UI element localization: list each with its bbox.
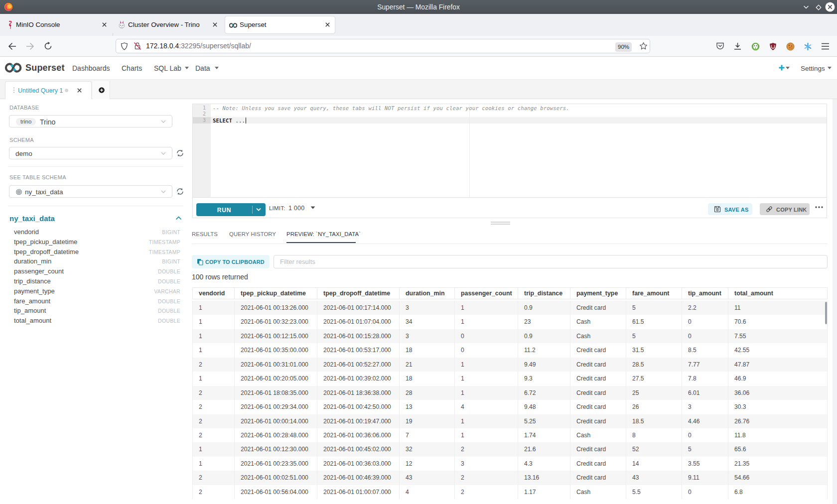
pane-drag-handle[interactable] [491, 222, 510, 223]
table-cell: 26.76 [728, 414, 827, 428]
query-tab-title[interactable]: Untitled Query 1 [18, 87, 63, 94]
table-cell: 47.87 [728, 358, 827, 372]
superset-wordmark[interactable]: Superset [25, 63, 65, 73]
table-row[interactable]: 22021-06-01 00:29:34.0002021-06-01 00:42… [193, 400, 827, 414]
table-row[interactable]: 12021-06-01 00:32:23.0002021-06-01 01:07… [193, 315, 827, 329]
table-row[interactable]: 12021-06-01 00:12:15.0002021-06-01 00:15… [193, 329, 827, 343]
nav-data[interactable]: Data [195, 64, 210, 72]
schema-select[interactable]: demo [9, 147, 172, 159]
run-caret-icon[interactable] [256, 208, 262, 212]
column-header[interactable]: vendorid [193, 288, 235, 299]
schema-refresh-icon[interactable] [176, 149, 184, 157]
query-tab[interactable]: Untitled Query 1 [5, 81, 92, 99]
tab-query-history[interactable]: QUERY HISTORY [229, 231, 276, 237]
copy-link-button[interactable]: COPY LINK [760, 203, 810, 215]
tab-results[interactable]: RESULTS [192, 231, 218, 237]
schema-column-row[interactable]: duration_minBIGINT [0, 256, 188, 266]
tab-close-icon[interactable] [212, 21, 218, 28]
shield-icon[interactable] [121, 42, 128, 50]
run-button[interactable]: RUN [196, 203, 266, 216]
add-query-tab[interactable] [93, 81, 110, 99]
schema-column-row[interactable]: tpep_pickup_datetimeTIMESTAMP [0, 237, 188, 247]
zoom-badge[interactable]: 90% [615, 42, 632, 52]
table-cell: 2 [193, 428, 235, 442]
tab-preview[interactable]: PREVIEW: `NY_TAXI_DATA` [286, 231, 361, 237]
menu-hamburger-icon[interactable] [821, 43, 830, 50]
table-row[interactable]: 12021-06-01 00:13:26.0002021-06-01 00:17… [193, 301, 827, 315]
table-row[interactable]: 22021-06-01 18:08:35.0002021-06-01 18:36… [193, 386, 827, 400]
column-header[interactable]: duration_min [400, 288, 455, 299]
drag-handle-icon[interactable] [13, 87, 15, 93]
limit-caret-icon[interactable] [310, 206, 315, 209]
tab-close-icon[interactable] [101, 21, 108, 28]
query-tab-close-icon[interactable] [77, 88, 82, 93]
schema-column-row[interactable]: fare_amountDOUBLE [0, 296, 188, 306]
lock-insecure-icon[interactable] [134, 42, 141, 50]
column-header[interactable]: tpep_dropoff_datetime [317, 288, 400, 299]
tab-close-icon[interactable] [324, 21, 331, 28]
collapse-chevron-icon[interactable] [175, 216, 182, 220]
table-row[interactable]: 12021-06-01 00:23:35.0002021-06-01 00:36… [193, 457, 827, 471]
reload-icon[interactable] [44, 42, 52, 50]
nav-settings[interactable]: Settings [801, 65, 825, 72]
pocket-icon[interactable] [716, 42, 724, 50]
filter-results-input[interactable] [280, 256, 818, 267]
column-header[interactable]: tpep_pickup_datetime [235, 288, 317, 299]
schema-column-row[interactable]: vendoridBIGINT [0, 227, 188, 237]
table-row[interactable]: 22021-06-01 00:02:51.0002021-06-01 00:46… [193, 471, 827, 485]
table-scrollbar-thumb[interactable] [825, 302, 827, 324]
schema-column-row[interactable]: passenger_countDOUBLE [0, 266, 188, 276]
privacy-badger-icon[interactable] [751, 42, 760, 51]
new-item-plus-icon[interactable] [779, 65, 785, 71]
column-header[interactable]: fare_amount [626, 288, 682, 299]
column-header[interactable]: tip_amount [682, 288, 728, 299]
nav-charts[interactable]: Charts [122, 64, 142, 72]
limit-value[interactable]: 1 000 [288, 205, 304, 212]
table-refresh-icon[interactable] [176, 188, 184, 195]
table-row[interactable]: 22021-06-01 00:56:04.0002021-06-01 01:00… [193, 485, 827, 499]
pane-drag-handle[interactable] [491, 224, 510, 225]
browser-tab-trino[interactable]: Cluster Overview - Trino [115, 16, 221, 33]
url-text[interactable]: 172.18.0.4:32295/superset/sqllab/ [146, 42, 251, 50]
schema-column-row[interactable]: payment_typeVARCHAR [0, 286, 188, 296]
superset-logo-icon[interactable] [4, 63, 23, 73]
ublock-icon[interactable] [769, 42, 777, 51]
results-table-header[interactable]: vendoridtpep_pickup_datetimetpep_dropoff… [192, 287, 828, 299]
schema-column-row[interactable]: tip_amountDOUBLE [0, 305, 188, 315]
back-icon[interactable] [8, 42, 16, 50]
window-minimize-icon[interactable] [803, 5, 809, 9]
window-close-icon[interactable] [825, 2, 835, 12]
forward-icon[interactable] [26, 42, 34, 50]
column-header[interactable]: trip_distance [518, 288, 570, 299]
downloads-icon[interactable] [733, 42, 742, 50]
browser-tab-superset[interactable]: Superset [225, 16, 335, 33]
schema-column-row[interactable]: trip_distanceDOUBLE [0, 276, 188, 286]
schema-column-row[interactable]: tpep_dropoff_datetimeTIMESTAMP [0, 247, 188, 256]
browser-tab-minio[interactable]: MinIO Console [4, 16, 111, 33]
more-menu-icon[interactable] [815, 206, 824, 209]
table-row[interactable]: 12021-06-01 00:20:05.0002021-06-01 00:39… [193, 372, 827, 385]
table-row[interactable]: 22021-06-01 00:31:01.0002021-06-01 00:52… [193, 358, 827, 372]
window-maximize-icon[interactable] [816, 4, 822, 10]
column-header[interactable]: passenger_count [455, 288, 518, 299]
sql-editor[interactable]: 1 2 3 -- Note: Unless you save your quer… [192, 104, 827, 218]
table-select[interactable]: ny_taxi_data [9, 185, 172, 198]
table-row[interactable]: 22021-06-01 00:28:48.0002021-06-01 00:36… [193, 428, 827, 442]
cookie-icon[interactable] [786, 42, 795, 51]
table-row[interactable]: 22021-06-01 00:00:14.0002021-06-01 00:19… [193, 414, 827, 428]
table-cell: 2 [455, 485, 518, 499]
extension-asterisk-icon[interactable] [804, 42, 812, 51]
nav-sql-lab[interactable]: SQL Lab [154, 64, 181, 72]
table-row[interactable]: 12021-06-01 00:35:00.0002021-06-01 00:53… [193, 343, 827, 357]
save-as-button[interactable]: SAVE AS [708, 203, 752, 215]
schema-column-row[interactable]: total_amountDOUBLE [0, 315, 188, 325]
bookmark-star-icon[interactable] [639, 42, 648, 50]
column-header[interactable]: payment_type [570, 288, 626, 299]
database-select[interactable]: trino Trino [9, 115, 172, 127]
copy-to-clipboard-button[interactable]: COPY TO CLIPBOARD [192, 255, 270, 268]
add-tab-icon[interactable] [99, 87, 105, 93]
table-row[interactable]: 12021-06-01 00:12:30.0002021-06-01 00:45… [193, 442, 827, 456]
column-header[interactable]: total_amount [728, 288, 827, 299]
nav-dashboards[interactable]: Dashboards [72, 64, 110, 72]
table-schema-title[interactable]: ny_taxi_data [9, 214, 55, 223]
